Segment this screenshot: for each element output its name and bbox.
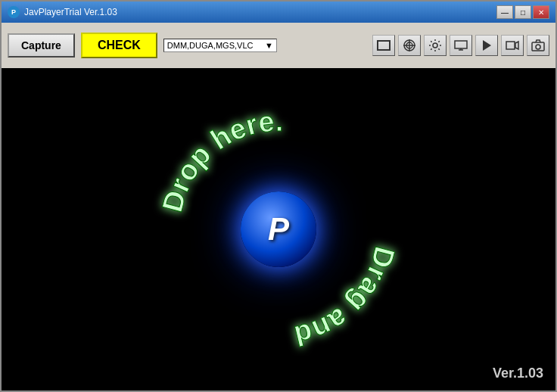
window-title: JavPlayerTrial Ver.1.03 — [24, 7, 496, 17]
check-button[interactable]: CHECK — [81, 33, 157, 58]
dropdown-arrow-icon: ▼ — [265, 41, 273, 50]
drop-zone[interactable]: Drop here. Drag and P Ver.1.03 — [2, 68, 555, 390]
play-icon[interactable] — [475, 35, 498, 56]
video-icon[interactable] — [501, 35, 524, 56]
svg-point-5 — [433, 43, 437, 48]
main-window: P JavPlayerTrial Ver.1.03 — □ ✕ Capture … — [0, 0, 557, 392]
svg-rect-0 — [378, 41, 390, 50]
toolbar: Capture CHECK DMM,DUGA,MGS,VLC ▼ — [2, 23, 555, 68]
center-logo: P — [241, 191, 316, 267]
circle-animation: Drop here. Drag and P — [135, 86, 422, 373]
capture-button[interactable]: Capture — [8, 33, 75, 58]
version-label: Ver.1.03 — [493, 366, 543, 381]
target-icon[interactable] — [398, 35, 421, 56]
toolbar-right-icons — [372, 35, 549, 56]
svg-text:Drag and: Drag and — [291, 243, 401, 352]
app-icon: P — [8, 6, 20, 18]
logo-letter: P — [268, 211, 289, 247]
settings-icon[interactable] — [424, 35, 447, 56]
camera-icon[interactable] — [527, 35, 549, 56]
maximize-button[interactable]: □ — [515, 5, 531, 19]
window-controls: — □ ✕ — [496, 5, 549, 19]
source-dropdown[interactable]: DMM,DUGA,MGS,VLC ▼ — [163, 39, 277, 52]
svg-rect-6 — [455, 41, 467, 48]
svg-marker-11 — [515, 42, 518, 49]
minimize-button[interactable]: — — [496, 5, 513, 19]
display-icon[interactable] — [450, 35, 472, 56]
svg-marker-9 — [483, 40, 491, 51]
window-mode-icon[interactable] — [372, 35, 395, 56]
title-bar: P JavPlayerTrial Ver.1.03 — □ ✕ — [2, 2, 555, 23]
close-button[interactable]: ✕ — [533, 5, 549, 19]
svg-point-13 — [536, 45, 540, 49]
svg-rect-10 — [506, 42, 515, 49]
